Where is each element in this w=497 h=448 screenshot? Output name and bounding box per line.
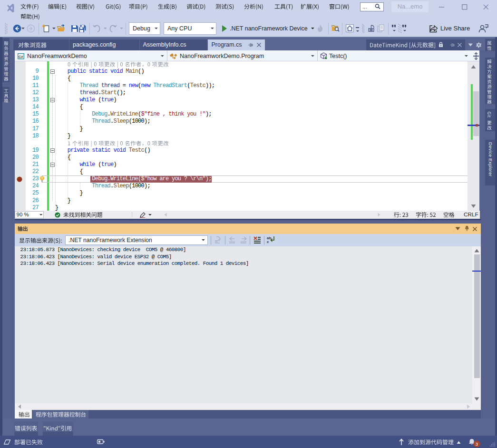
svg-text:3: 3 xyxy=(476,441,478,447)
svg-text:C#: C# xyxy=(19,54,23,58)
svg-text:c: c xyxy=(267,240,269,244)
